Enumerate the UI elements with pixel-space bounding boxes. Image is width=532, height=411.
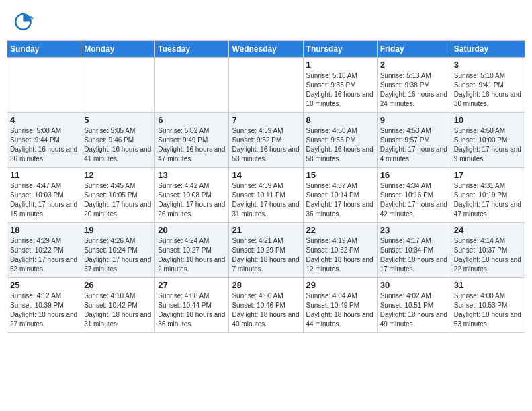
day-number: 5 — [84, 115, 152, 125]
day-info: Sunrise: 4:59 AM Sunset: 9:52 PM Dayligh… — [232, 126, 300, 164]
logo — [13, 12, 38, 34]
calendar-cell: 3Sunrise: 5:10 AM Sunset: 9:41 PM Daylig… — [451, 58, 525, 113]
day-info: Sunrise: 4:17 AM Sunset: 10:34 PM Daylig… — [380, 236, 448, 274]
calendar-cell: 26Sunrise: 4:10 AM Sunset: 10:42 PM Dayl… — [81, 278, 155, 333]
calendar-table: SundayMondayTuesdayWednesdayThursdayFrid… — [7, 40, 525, 333]
day-number: 17 — [454, 170, 522, 180]
day-number: 28 — [232, 280, 300, 290]
calendar-header-row: SundayMondayTuesdayWednesdayThursdayFrid… — [7, 41, 525, 58]
calendar-cell: 23Sunrise: 4:17 AM Sunset: 10:34 PM Dayl… — [377, 223, 451, 278]
day-info: Sunrise: 5:10 AM Sunset: 9:41 PM Dayligh… — [454, 71, 522, 109]
calendar-cell: 8Sunrise: 4:56 AM Sunset: 9:55 PM Daylig… — [303, 113, 377, 168]
calendar-cell: 29Sunrise: 4:04 AM Sunset: 10:49 PM Dayl… — [303, 278, 377, 333]
calendar-cell: 25Sunrise: 4:12 AM Sunset: 10:39 PM Dayl… — [7, 278, 81, 333]
calendar-cell: 10Sunrise: 4:50 AM Sunset: 10:00 PM Dayl… — [451, 113, 525, 168]
calendar-cell: 2Sunrise: 5:13 AM Sunset: 9:38 PM Daylig… — [377, 58, 451, 113]
day-number: 6 — [158, 115, 226, 125]
col-header-sunday: Sunday — [7, 41, 81, 58]
day-number: 20 — [158, 225, 226, 235]
day-number: 10 — [454, 115, 522, 125]
calendar-cell: 31Sunrise: 4:00 AM Sunset: 10:53 PM Dayl… — [451, 278, 525, 333]
day-info: Sunrise: 4:42 AM Sunset: 10:08 PM Daylig… — [158, 181, 226, 219]
day-info: Sunrise: 4:00 AM Sunset: 10:53 PM Daylig… — [454, 291, 522, 329]
calendar-cell: 30Sunrise: 4:02 AM Sunset: 10:51 PM Dayl… — [377, 278, 451, 333]
calendar-cell: 27Sunrise: 4:08 AM Sunset: 10:44 PM Dayl… — [155, 278, 229, 333]
day-number: 30 — [380, 280, 448, 290]
day-info: Sunrise: 4:02 AM Sunset: 10:51 PM Daylig… — [380, 291, 448, 329]
day-number: 19 — [84, 225, 152, 235]
day-number: 13 — [158, 170, 226, 180]
calendar-week-2: 4Sunrise: 5:08 AM Sunset: 9:44 PM Daylig… — [7, 113, 525, 168]
calendar-cell: 9Sunrise: 4:53 AM Sunset: 9:57 PM Daylig… — [377, 113, 451, 168]
day-info: Sunrise: 4:47 AM Sunset: 10:03 PM Daylig… — [10, 181, 78, 219]
calendar-cell: 19Sunrise: 4:26 AM Sunset: 10:24 PM Dayl… — [81, 223, 155, 278]
col-header-friday: Friday — [377, 41, 451, 58]
calendar-cell: 5Sunrise: 5:05 AM Sunset: 9:46 PM Daylig… — [81, 113, 155, 168]
day-info: Sunrise: 4:39 AM Sunset: 10:11 PM Daylig… — [232, 181, 300, 219]
col-header-tuesday: Tuesday — [155, 41, 229, 58]
calendar-week-5: 25Sunrise: 4:12 AM Sunset: 10:39 PM Dayl… — [7, 278, 525, 333]
day-number: 9 — [380, 115, 448, 125]
day-info: Sunrise: 5:08 AM Sunset: 9:44 PM Dayligh… — [10, 126, 78, 164]
day-number: 26 — [84, 280, 152, 290]
col-header-monday: Monday — [81, 41, 155, 58]
calendar-cell: 20Sunrise: 4:24 AM Sunset: 10:27 PM Dayl… — [155, 223, 229, 278]
calendar-cell — [81, 58, 155, 113]
day-info: Sunrise: 4:24 AM Sunset: 10:27 PM Daylig… — [158, 236, 226, 274]
day-number: 3 — [454, 60, 522, 70]
day-number: 16 — [380, 170, 448, 180]
calendar-cell: 17Sunrise: 4:31 AM Sunset: 10:19 PM Dayl… — [451, 168, 525, 223]
calendar-cell: 22Sunrise: 4:19 AM Sunset: 10:32 PM Dayl… — [303, 223, 377, 278]
calendar-cell: 14Sunrise: 4:39 AM Sunset: 10:11 PM Dayl… — [229, 168, 303, 223]
day-info: Sunrise: 4:50 AM Sunset: 10:00 PM Daylig… — [454, 126, 522, 164]
day-number: 27 — [158, 280, 226, 290]
day-number: 2 — [380, 60, 448, 70]
day-number: 1 — [306, 60, 374, 70]
day-info: Sunrise: 4:53 AM Sunset: 9:57 PM Dayligh… — [380, 126, 448, 164]
calendar-week-4: 18Sunrise: 4:29 AM Sunset: 10:22 PM Dayl… — [7, 223, 525, 278]
col-header-saturday: Saturday — [451, 41, 525, 58]
calendar-cell: 16Sunrise: 4:34 AM Sunset: 10:16 PM Dayl… — [377, 168, 451, 223]
day-info: Sunrise: 4:06 AM Sunset: 10:46 PM Daylig… — [232, 291, 300, 329]
day-number: 4 — [10, 115, 78, 125]
day-number: 24 — [454, 225, 522, 235]
day-info: Sunrise: 4:34 AM Sunset: 10:16 PM Daylig… — [380, 181, 448, 219]
day-info: Sunrise: 5:16 AM Sunset: 9:35 PM Dayligh… — [306, 71, 374, 109]
calendar-cell: 11Sunrise: 4:47 AM Sunset: 10:03 PM Dayl… — [7, 168, 81, 223]
calendar-cell — [7, 58, 81, 113]
calendar-week-1: 1Sunrise: 5:16 AM Sunset: 9:35 PM Daylig… — [7, 58, 525, 113]
day-info: Sunrise: 5:02 AM Sunset: 9:49 PM Dayligh… — [158, 126, 226, 164]
calendar-cell: 24Sunrise: 4:14 AM Sunset: 10:37 PM Dayl… — [451, 223, 525, 278]
day-info: Sunrise: 5:05 AM Sunset: 9:46 PM Dayligh… — [84, 126, 152, 164]
calendar-cell: 12Sunrise: 4:45 AM Sunset: 10:05 PM Dayl… — [81, 168, 155, 223]
day-number: 7 — [232, 115, 300, 125]
day-info: Sunrise: 4:14 AM Sunset: 10:37 PM Daylig… — [454, 236, 522, 274]
calendar-cell: 13Sunrise: 4:42 AM Sunset: 10:08 PM Dayl… — [155, 168, 229, 223]
calendar-cell: 21Sunrise: 4:21 AM Sunset: 10:29 PM Dayl… — [229, 223, 303, 278]
col-header-thursday: Thursday — [303, 41, 377, 58]
day-number: 25 — [10, 280, 78, 290]
col-header-wednesday: Wednesday — [229, 41, 303, 58]
day-number: 23 — [380, 225, 448, 235]
calendar-cell: 18Sunrise: 4:29 AM Sunset: 10:22 PM Dayl… — [7, 223, 81, 278]
calendar-cell — [229, 58, 303, 113]
day-number: 18 — [10, 225, 78, 235]
day-number: 29 — [306, 280, 374, 290]
calendar-week-3: 11Sunrise: 4:47 AM Sunset: 10:03 PM Dayl… — [7, 168, 525, 223]
calendar-cell: 7Sunrise: 4:59 AM Sunset: 9:52 PM Daylig… — [229, 113, 303, 168]
day-info: Sunrise: 4:26 AM Sunset: 10:24 PM Daylig… — [84, 236, 152, 274]
day-number: 22 — [306, 225, 374, 235]
calendar-cell: 1Sunrise: 5:16 AM Sunset: 9:35 PM Daylig… — [303, 58, 377, 113]
day-number: 14 — [232, 170, 300, 180]
day-info: Sunrise: 4:10 AM Sunset: 10:42 PM Daylig… — [84, 291, 152, 329]
calendar-cell: 28Sunrise: 4:06 AM Sunset: 10:46 PM Dayl… — [229, 278, 303, 333]
day-info: Sunrise: 4:08 AM Sunset: 10:44 PM Daylig… — [158, 291, 226, 329]
day-info: Sunrise: 4:56 AM Sunset: 9:55 PM Dayligh… — [306, 126, 374, 164]
calendar-cell: 4Sunrise: 5:08 AM Sunset: 9:44 PM Daylig… — [7, 113, 81, 168]
day-number: 12 — [84, 170, 152, 180]
calendar-cell: 6Sunrise: 5:02 AM Sunset: 9:49 PM Daylig… — [155, 113, 229, 168]
day-info: Sunrise: 4:37 AM Sunset: 10:14 PM Daylig… — [306, 181, 374, 219]
day-info: Sunrise: 5:13 AM Sunset: 9:38 PM Dayligh… — [380, 71, 448, 109]
day-number: 15 — [306, 170, 374, 180]
day-info: Sunrise: 4:19 AM Sunset: 10:32 PM Daylig… — [306, 236, 374, 274]
